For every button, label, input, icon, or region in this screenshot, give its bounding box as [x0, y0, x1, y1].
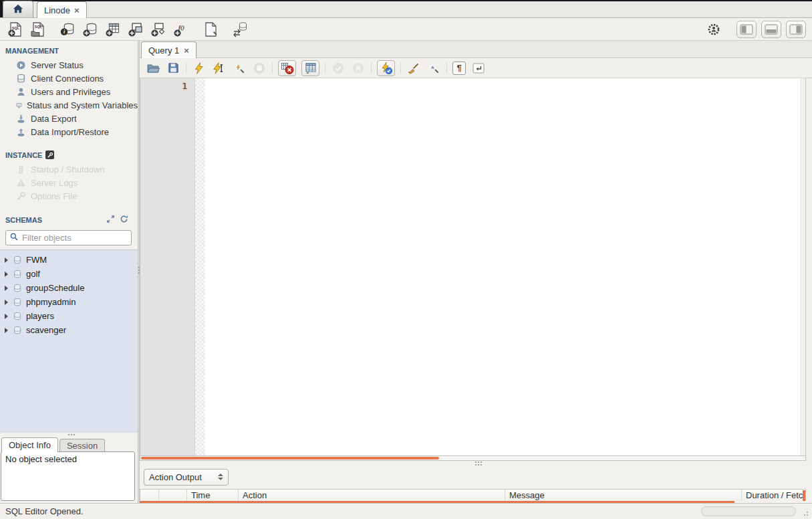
toggle-output-panel-button[interactable] — [761, 21, 781, 38]
data-export-icon — [16, 114, 26, 124]
home-tab[interactable] — [3, 1, 33, 17]
info-panel-tabs: Object Info Session — [0, 437, 138, 452]
editor-horizontal-scrollbar[interactable] — [140, 456, 806, 461]
open-sql-script-icon[interactable]: SQL — [29, 21, 47, 38]
expander-icon[interactable] — [5, 328, 8, 333]
status-bar: SQL Editor Opened. — [0, 503, 812, 519]
limit-rows-toggle[interactable] — [301, 60, 319, 76]
create-schema-icon[interactable] — [81, 21, 100, 38]
explain-icon[interactable] — [232, 61, 247, 76]
schema-row-phpmyadmin[interactable]: phpmyadmin — [0, 295, 138, 309]
query-tab-strip: Query 1 × — [140, 41, 812, 58]
show-invisibles-toggle[interactable]: ¶ — [452, 62, 466, 75]
new-sql-tab-icon[interactable]: SQL — [6, 21, 25, 38]
sidebar-item-client-connections[interactable]: Client Connections — [0, 72, 138, 85]
sidebar-item-data-export[interactable]: Data Export — [0, 112, 138, 125]
status-text: SQL Editor Opened. — [5, 506, 84, 516]
options-file-icon — [16, 191, 26, 201]
rollback-icon[interactable] — [351, 61, 366, 76]
sql-editor-area: Query 1 × — [140, 41, 812, 503]
column-message[interactable]: Message — [505, 490, 742, 501]
expander-icon[interactable] — [5, 286, 8, 291]
resize-grip[interactable] — [807, 514, 808, 516]
sidebar-splitter[interactable] — [138, 41, 140, 503]
schema-icon — [13, 284, 22, 293]
connection-tab-strip: Linode × — [0, 0, 812, 18]
close-tab-icon[interactable]: × — [74, 6, 80, 15]
mysql-workbench-window: Linode × SQL SQL i f() MANAGEMENT Server… — [0, 0, 812, 519]
create-function-icon[interactable]: f() — [172, 21, 190, 38]
create-view-icon[interactable] — [126, 21, 145, 38]
schema-icon — [13, 312, 22, 321]
editor-vertical-scrollbar[interactable] — [801, 78, 805, 455]
schema-row-players[interactable]: players — [0, 309, 138, 323]
schema-row-scavenger[interactable]: scavenger — [0, 323, 138, 337]
create-table-icon[interactable] — [104, 21, 122, 38]
column-time[interactable]: Time — [187, 490, 239, 501]
scrollbar-thumb[interactable] — [141, 457, 439, 459]
refresh-schemas-icon[interactable] — [120, 215, 128, 225]
execute-current-icon[interactable] — [212, 61, 227, 76]
close-query-tab-icon[interactable]: × — [184, 46, 189, 55]
schema-row-fwm[interactable]: FWM — [0, 253, 138, 267]
column-index[interactable] — [159, 490, 187, 501]
wrap-text-toggle[interactable] — [471, 61, 486, 76]
management-section-header: MANAGEMENT — [0, 41, 138, 58]
sidebar-item-startup-shutdown[interactable]: Startup / Shutdown — [0, 163, 138, 176]
stop-on-error-toggle[interactable] — [278, 60, 296, 76]
connection-tab-linode[interactable]: Linode × — [37, 1, 87, 18]
connection-tab-label: Linode — [44, 5, 70, 15]
column-status[interactable] — [140, 490, 159, 501]
open-file-icon[interactable] — [146, 61, 160, 76]
output-selector[interactable]: Action Output — [144, 469, 229, 486]
schema-filter-input[interactable] — [22, 233, 138, 243]
expand-panel-icon[interactable] — [106, 215, 115, 225]
autocommit-toggle[interactable] — [377, 60, 395, 76]
commit-icon[interactable] — [331, 61, 346, 76]
schema-inspector-icon[interactable]: i — [58, 21, 77, 38]
sidebar-item-data-import[interactable]: Data Import/Restore — [0, 125, 138, 138]
tab-session[interactable]: Session — [59, 439, 105, 452]
query-tab[interactable]: Query 1 × — [141, 41, 196, 58]
create-procedure-icon[interactable] — [149, 21, 168, 38]
column-action[interactable]: Action — [239, 490, 505, 501]
save-icon[interactable] — [166, 61, 180, 76]
toggle-sidebar-button[interactable] — [736, 21, 757, 38]
system-variables-icon — [16, 100, 22, 110]
find-icon[interactable]: A — [426, 61, 441, 76]
preferences-icon[interactable] — [705, 21, 722, 38]
users-privileges-icon — [16, 87, 26, 97]
expander-icon[interactable] — [5, 257, 8, 263]
client-connections-icon — [16, 74, 26, 84]
schema-filter-box — [5, 230, 132, 245]
expander-icon[interactable] — [5, 314, 8, 319]
stop-icon[interactable] — [252, 61, 267, 76]
column-duration[interactable]: Duration / Fetch — [742, 490, 805, 501]
output-panel: Action Output Time Action Message Durati… — [140, 466, 812, 503]
execute-icon[interactable] — [192, 61, 207, 76]
main-toolbar: SQL SQL i f() — [0, 18, 812, 41]
schema-row-groupschedule[interactable]: groupSchedule — [0, 281, 138, 295]
navigator-sidebar: MANAGEMENT Server Status Client Connecti… — [0, 41, 138, 503]
beautify-icon[interactable] — [406, 61, 421, 76]
sidebar-item-system-variables[interactable]: Status and System Variables — [0, 98, 138, 112]
sidebar-item-server-logs[interactable]: Server Logs — [0, 176, 138, 189]
data-migration-icon[interactable] — [231, 21, 249, 38]
schema-row-golf[interactable]: golf — [0, 267, 138, 281]
toggle-secondary-sidebar-button[interactable] — [786, 21, 806, 38]
sql-code-input[interactable] — [205, 78, 801, 455]
server-status-icon — [16, 60, 26, 70]
schema-icon — [13, 326, 22, 335]
output-vertical-scrollbar[interactable] — [803, 490, 805, 501]
sidebar-item-options-file[interactable]: Options File — [0, 189, 138, 203]
schema-icon — [13, 270, 22, 279]
instance-title: INSTANCE — [5, 151, 42, 159]
output-table-header: Time Action Message Duration / Fetch — [140, 489, 806, 501]
expander-icon[interactable] — [5, 272, 8, 277]
search-data-icon[interactable] — [201, 21, 220, 38]
sidebar-item-users-privileges[interactable]: Users and Privileges — [0, 85, 138, 98]
tab-object-info[interactable]: Object Info — [1, 437, 58, 452]
output-panel-splitter[interactable] — [140, 461, 812, 466]
sidebar-item-server-status[interactable]: Server Status — [0, 58, 138, 72]
expander-icon[interactable] — [5, 300, 8, 305]
